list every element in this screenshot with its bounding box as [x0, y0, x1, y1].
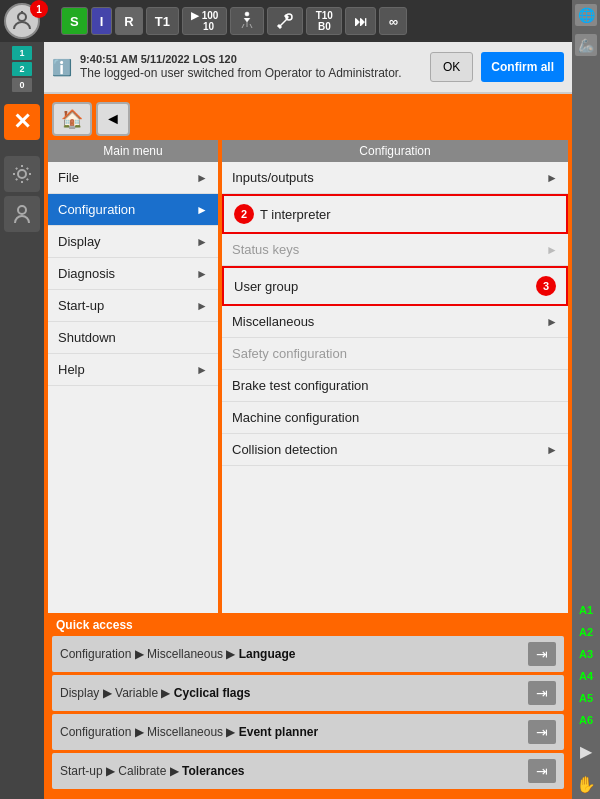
menu-item-inputs-outputs[interactable]: Inputs/outputs ► [222, 162, 568, 194]
ok-button[interactable]: OK [430, 52, 473, 82]
menu-item-brake-test[interactable]: Brake test configuration [222, 370, 568, 402]
arrow-icon: ► [546, 243, 558, 257]
right-btn-a5[interactable]: A5 [575, 688, 597, 708]
hand-icon[interactable]: ✋ [575, 773, 597, 795]
btn-tool[interactable] [267, 7, 303, 35]
home-button[interactable]: 🏠 [52, 102, 92, 136]
btn-t1[interactable]: T1 [146, 7, 179, 35]
menu-item-machine-configuration[interactable]: Machine configuration [222, 402, 568, 434]
robot-arm-icon[interactable]: 🦾 [575, 34, 597, 56]
badge-2: 2 [234, 204, 254, 224]
right-btn-a3[interactable]: A3 [575, 644, 597, 664]
quick-item-path: Display ▶ Variable ▶ Cyclical flags [60, 686, 251, 700]
badge-1: 1 [30, 0, 48, 18]
gear-icon-btn[interactable] [4, 156, 40, 192]
arrow-icon: ► [196, 203, 208, 217]
arrow-icon: ► [196, 171, 208, 185]
menu-item-file[interactable]: File ► [48, 162, 218, 194]
sidebar-right: 🌐 🦾 A1 A2 A3 A4 A5 A6 ▶ ✋ [572, 0, 600, 799]
menu-item-t-interpreter[interactable]: 2 T interpreter [222, 194, 568, 234]
btn-skip[interactable]: ⏭ [345, 7, 376, 35]
menu-item-collision-detection[interactable]: Collision detection ► [222, 434, 568, 466]
notification-time: 9:40:51 AM 5/11/2022 LOS 120 [80, 53, 422, 65]
right-col-header: Configuration [222, 140, 568, 162]
quick-arrow-cyclical[interactable]: ⇥ [528, 681, 556, 705]
menu-item-shutdown[interactable]: Shutdown [48, 322, 218, 354]
quick-item-event-planner[interactable]: Configuration ▶ Miscellaneous ▶ Event pl… [52, 714, 564, 750]
right-column: Configuration Inputs/outputs ► 2 T inter… [222, 140, 568, 613]
play-right-icon[interactable]: ▶ [576, 738, 596, 765]
menu-item-miscellaneous[interactable]: Miscellaneous ► [222, 306, 568, 338]
quick-access-header: Quick access [52, 616, 564, 636]
menu-item-safety-configuration: Safety configuration [222, 338, 568, 370]
btn-speed[interactable]: ▶ 100 10 [182, 7, 227, 35]
right-btn-a2[interactable]: A2 [575, 622, 597, 642]
quick-item-tolerances[interactable]: Start-up ▶ Calibrate ▶ Tolerances ⇥ [52, 753, 564, 789]
menu-panel: 🏠 ◄ Main menu File ► Configuration ► Dis… [48, 98, 568, 795]
quick-access-section: Quick access Configuration ▶ Miscellaneo… [48, 613, 568, 795]
status-ind-2: 2 [12, 62, 32, 76]
status-ind-0: 0 [12, 78, 32, 92]
menu-item-user-group[interactable]: User group 3 [222, 266, 568, 306]
quick-arrow-language[interactable]: ⇥ [528, 642, 556, 666]
btn-walk[interactable] [230, 7, 264, 35]
notification-bar: ℹ️ 9:40:51 AM 5/11/2022 LOS 120 The logg… [44, 42, 572, 94]
menu-item-help[interactable]: Help ► [48, 354, 218, 386]
menu-header-row: 🏠 ◄ [48, 98, 568, 140]
btn-r[interactable]: R [115, 7, 142, 35]
main-content: 🏠 ◄ Main menu File ► Configuration ► Dis… [44, 94, 572, 799]
quick-item-path: Start-up ▶ Calibrate ▶ Tolerances [60, 764, 245, 778]
arrow-icon: ► [546, 443, 558, 457]
close-button[interactable]: ✕ [4, 104, 40, 140]
confirm-all-button[interactable]: Confirm all [481, 52, 564, 82]
info-icon: ℹ️ [52, 58, 72, 77]
menu-item-configuration[interactable]: Configuration ► [48, 194, 218, 226]
notification-message: The logged-on user switched from Operato… [80, 65, 422, 82]
quick-item-language[interactable]: Configuration ▶ Miscellaneous ▶ Language… [52, 636, 564, 672]
person-icon-btn[interactable] [4, 196, 40, 232]
arrow-icon: ► [196, 299, 208, 313]
quick-arrow-tolerances[interactable]: ⇥ [528, 759, 556, 783]
quick-item-path: Configuration ▶ Miscellaneous ▶ Language [60, 647, 295, 661]
svg-point-0 [18, 13, 26, 21]
svg-point-4 [18, 170, 26, 178]
left-col-header: Main menu [48, 140, 218, 162]
menu-item-display[interactable]: Display ► [48, 226, 218, 258]
arrow-icon: ► [196, 235, 208, 249]
btn-inf[interactable]: ∞ [379, 7, 407, 35]
menu-item-status-keys: Status keys ► [222, 234, 568, 266]
menu-columns: Main menu File ► Configuration ► Display… [48, 140, 568, 613]
left-column: Main menu File ► Configuration ► Display… [48, 140, 218, 613]
quick-item-cyclical-flags[interactable]: Display ▶ Variable ▶ Cyclical flags ⇥ [52, 675, 564, 711]
btn-t10b0[interactable]: T10 B0 [306, 7, 342, 35]
back-button[interactable]: ◄ [96, 102, 130, 136]
globe-icon[interactable]: 🌐 [575, 4, 597, 26]
menu-item-diagnosis[interactable]: Diagnosis ► [48, 258, 218, 290]
quick-item-path: Configuration ▶ Miscellaneous ▶ Event pl… [60, 725, 318, 739]
quick-arrow-event[interactable]: ⇥ [528, 720, 556, 744]
arrow-icon: ► [546, 171, 558, 185]
svg-point-5 [18, 206, 26, 214]
right-btn-a1[interactable]: A1 [575, 600, 597, 620]
badge-3: 3 [536, 276, 556, 296]
right-btn-a4[interactable]: A4 [575, 666, 597, 686]
btn-s[interactable]: S [61, 7, 88, 35]
right-btn-a6[interactable]: A6 [575, 710, 597, 730]
top-toolbar: 1 S I R T1 ▶ 100 10 T10 B0 ⏭ ∞ [0, 0, 600, 42]
arrow-icon: ► [196, 363, 208, 377]
sidebar-left: 1 2 0 ✕ [0, 42, 44, 799]
svg-point-2 [245, 12, 249, 16]
btn-i[interactable]: I [91, 7, 113, 35]
arrow-icon: ► [546, 315, 558, 329]
menu-item-startup[interactable]: Start-up ► [48, 290, 218, 322]
arrow-icon: ► [196, 267, 208, 281]
status-ind-1: 1 [12, 46, 32, 60]
